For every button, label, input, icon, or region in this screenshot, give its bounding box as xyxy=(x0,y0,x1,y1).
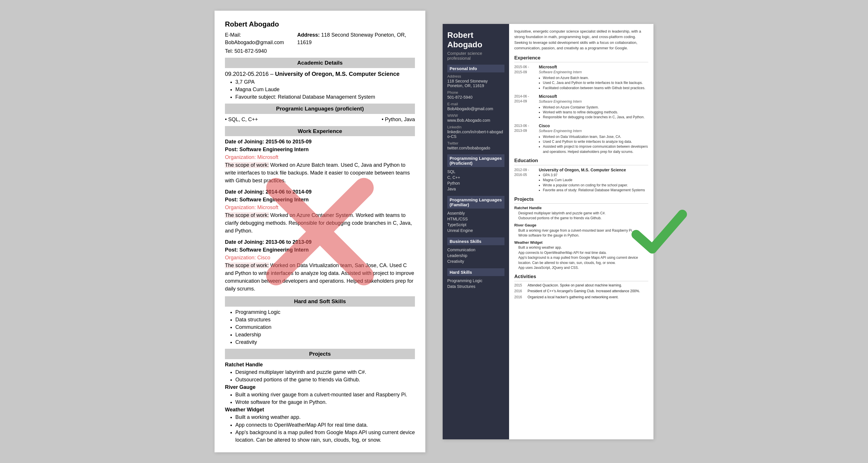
proj-0-0: Designed multiplayer labyrinth and puzzl… xyxy=(235,368,415,376)
gp-2-0: Built a working weather app. xyxy=(518,245,648,250)
biz-label: Business Skills xyxy=(447,237,504,245)
lang-python: Python xyxy=(447,180,504,186)
edu-0-0: GPA 3.97 xyxy=(543,173,648,178)
skill-1: Data structures xyxy=(235,316,415,323)
proj-2-0: Built a working weather app. xyxy=(235,414,415,421)
proj-title-1: River Gauge xyxy=(225,384,415,391)
hard-0: Programming Logic xyxy=(447,278,504,284)
act-desc-1: President of C++'s Arcangel's Gaming Clu… xyxy=(528,289,640,294)
exp-body-2: Cisco Software Engineering Intern Worked… xyxy=(539,123,648,154)
good-proj-body-1: Built a working river gauge from a culve… xyxy=(518,228,648,238)
biz-lead: Leadership xyxy=(447,253,504,259)
hard-label: Hard Skills xyxy=(447,268,504,276)
edu-bullets-0: GPA 3.97 Magna Cum Laude Wrote a popular… xyxy=(543,173,648,193)
proj-bullets-1: Built a working river gauge from a culve… xyxy=(235,391,415,406)
linkedin-value: linkedin.com/in/robert-t-abogado-CS xyxy=(447,130,504,139)
doj-1: Date of Joining: 2014-06 to 2014-09 xyxy=(225,189,312,195)
exp-1-1: Worked with teams to refine debugging me… xyxy=(543,110,648,115)
exp-entry-1: 2014-06 -2014-09 Microsoft Software Engi… xyxy=(514,94,648,120)
exp-role-2: Software Engineering Intern xyxy=(539,129,648,134)
lang-ue: Unreal Engine xyxy=(447,228,504,233)
prog-fam-label: Programming Languages(Familiar) xyxy=(447,196,504,208)
activities-list: 2015 Attended Quackcon. Spoke on panel a… xyxy=(514,283,648,300)
exp-date-0: 2015-06 -2015-09 xyxy=(514,64,539,75)
proj-title-0: Ratchet Handle xyxy=(225,361,415,368)
lang-ts: TypeScript xyxy=(447,222,504,228)
lang-header: Programic Languages (proficient) xyxy=(225,104,415,114)
address-line: Address: 118 Second Stoneway Poneton, OR… xyxy=(297,31,415,46)
academic-period: 09.2012-05.2016 xyxy=(225,71,269,77)
skills-list: Programming Logic Data structures Commun… xyxy=(235,308,415,346)
work-entry-1: Date of Joining: 2014-06 to 2014-09 Post… xyxy=(225,188,415,235)
scope-1: The scope of work: xyxy=(225,212,269,218)
fav: Favourite subject: Relational Database M… xyxy=(235,93,415,101)
post-2: Post: Software Engineering Intern xyxy=(225,247,309,253)
hard-1: Data Structures xyxy=(447,284,504,289)
act-year-1: 2016 xyxy=(514,289,526,294)
gp-1-0: Built a working river gauge from a culve… xyxy=(518,228,648,233)
academic-list: 3,7 GPA Magna Cum Laude Favourite subjec… xyxy=(235,78,415,101)
proj-1-0: Built a working river gauge from a culve… xyxy=(235,391,415,398)
email-label: E-Mail: xyxy=(225,32,241,38)
lang-right: Python, Java xyxy=(385,117,415,122)
exp-1-2: Responsible for debugging code branches … xyxy=(543,115,648,120)
exp-section-title: Experience xyxy=(514,55,648,63)
doj-0: Date of Joining: 2015-06 to 2015-09 xyxy=(225,139,312,144)
www-group: WWW www.Bob.Abogado.com xyxy=(447,113,504,123)
act-year-0: 2015 xyxy=(514,283,526,288)
linkedin-group: LinkedIn linkedin.com/in/robert-t-abogad… xyxy=(447,125,504,139)
skill-2: Communication xyxy=(235,323,415,331)
act-row-1: 2016 President of C++'s Arcangel's Gamin… xyxy=(514,289,648,294)
post-0: Post: Software Engineering Intern xyxy=(225,146,309,152)
bad-resume: Robert Abogado E-Mail: BobAbogado@gmail.… xyxy=(215,11,425,452)
org-2: Organization: Cisco xyxy=(225,255,270,261)
exp-entry-2: 2013-06 -2013-09 Cisco Software Engineer… xyxy=(514,123,648,154)
phone-label: Phone xyxy=(447,90,504,95)
skills-header: Hard and Soft Skills xyxy=(225,296,415,307)
twitter-label: Twitter xyxy=(447,141,504,145)
work-entry-2: Date of Joining: 2013-06 to 2013-09 Post… xyxy=(225,238,415,293)
academic-content: 09.2012-05.2016 – University of Oregon, … xyxy=(225,70,415,101)
www-label: WWW xyxy=(447,113,504,118)
doj-2: Date of Joining: 2013-06 to 2013-09 xyxy=(225,239,312,245)
work-header: Work Experience xyxy=(225,126,415,136)
good-proj-title-2: Weather Widget xyxy=(514,240,648,245)
exp-1-0: Worked on Azure Container System. xyxy=(543,105,648,110)
exp-org-2: Cisco xyxy=(539,123,648,129)
gp-2-3: App uses JavaScript, JQuery and CSS. xyxy=(518,265,648,270)
summary: Inquisitive, energetic computer science … xyxy=(514,29,648,51)
exp-bullets-2: Worked on Data Virtualization team, San … xyxy=(543,134,648,155)
gp-2-2: App's background is a map pulled from Go… xyxy=(518,255,648,265)
tel-row: Tel: 501-872-5940 xyxy=(225,47,415,55)
prog-prof-label: Programming Languages(Proficient) xyxy=(447,154,504,167)
address-value: 118 Second StonewayPoneton, OR, 11619 xyxy=(447,79,504,88)
tel-line: Tel: 501-872-5940 xyxy=(225,47,267,55)
tel-label: Tel: xyxy=(225,48,233,54)
skill-3: Leadership xyxy=(235,331,415,338)
biz-creat: Creativity xyxy=(447,259,504,264)
act-row-2: 2016 Organized a local hacker's gatherin… xyxy=(514,295,648,300)
sidebar-name: RobertAbogado xyxy=(447,30,504,49)
act-desc-2: Organized a local hacker's gathering and… xyxy=(528,295,619,300)
edu-entry-0: 2012-09 -2016-05 University of Oregon, M… xyxy=(514,167,648,193)
email-label-sb: E-mail xyxy=(447,102,504,106)
sidebar-title: Computer science professional xyxy=(447,51,504,61)
exp-date-2: 2013-06 -2013-09 xyxy=(514,123,539,134)
exp-2-0: Worked on Data Virtualization team, San … xyxy=(543,134,648,139)
exp-org-1: Microsoft xyxy=(539,94,648,99)
edu-section-title: Education xyxy=(514,157,648,165)
skill-4: Creativity xyxy=(235,338,415,346)
post-1: Post: Software Engineering Intern xyxy=(225,197,309,202)
proj-bullets-2: Built a working weather app. App connect… xyxy=(235,414,415,443)
exp-entry-0: 2015-06 -2015-09 Microsoft Software Engi… xyxy=(514,64,648,91)
exp-org-0: Microsoft xyxy=(539,64,648,70)
gp-0-1: Outsourced portions of the game to frien… xyxy=(518,216,648,221)
exp-date-1: 2014-06 -2014-09 xyxy=(514,94,539,104)
lang-html: HTML/CSS xyxy=(447,216,504,222)
gp-2-1: App connects to OpenWeatherMap API for r… xyxy=(518,251,648,255)
twitter-value: twitter.com/bobabogado xyxy=(447,146,504,150)
proj-1-1: Wrote software for the gauge in Python. xyxy=(235,398,415,406)
proj-2-2: App's background is a map pulled from Go… xyxy=(235,429,415,444)
exp-bullets-1: Worked on Azure Container System. Worked… xyxy=(543,105,648,120)
exp-role-1: Software Engineering Intern xyxy=(539,99,648,104)
